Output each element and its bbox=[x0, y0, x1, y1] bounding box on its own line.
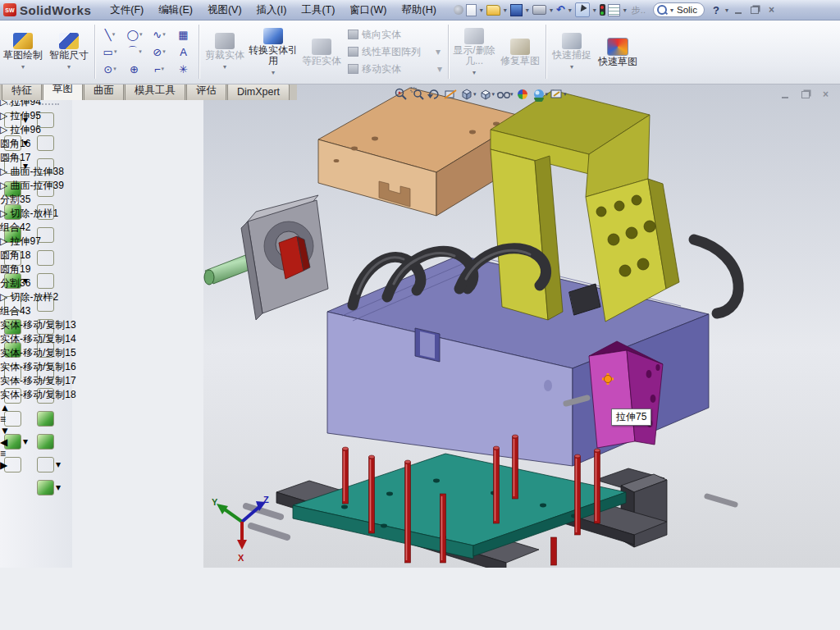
apply-scene-icon[interactable]: ▾ bbox=[532, 87, 549, 102]
zoom-fit-icon[interactable] bbox=[394, 87, 409, 102]
rapid-sketch-button[interactable]: 快速草图 bbox=[595, 20, 641, 84]
expand-arrow-icon[interactable]: ▷ bbox=[0, 166, 7, 177]
doc-minimize-button[interactable] bbox=[778, 89, 792, 100]
undo-icon[interactable]: ↶ bbox=[556, 4, 565, 16]
tree-item[interactable]: 实体-移动/复制17 bbox=[0, 374, 76, 388]
open-icon[interactable] bbox=[486, 5, 500, 16]
sketch-entity-button[interactable]: ▭ ▾ bbox=[98, 43, 122, 61]
curve-icon[interactable]: ▾ bbox=[37, 479, 64, 495]
expand-arrow-icon[interactable]: ▷ bbox=[0, 180, 7, 191]
tree-item[interactable]: 分割36 bbox=[0, 276, 76, 290]
save-icon[interactable] bbox=[510, 4, 523, 16]
toolbar-overflow-label[interactable]: 步.. bbox=[632, 4, 646, 16]
quick-snaps-button[interactable]: 快速捕捉▾ bbox=[549, 20, 595, 84]
tree-item[interactable]: 圆角16 bbox=[0, 137, 76, 151]
tree-item[interactable]: 圆角18 bbox=[0, 249, 76, 262]
doc-close-button[interactable]: × bbox=[819, 89, 833, 100]
minimize-button[interactable] bbox=[732, 4, 746, 16]
offset-entities-button[interactable]: 等距实体 bbox=[299, 20, 345, 84]
expand-arrow-icon[interactable]: ▷ bbox=[0, 110, 7, 121]
zoom-area-icon[interactable] bbox=[410, 87, 425, 102]
menu-item[interactable]: 视图(V) bbox=[200, 1, 249, 20]
scroll-up-arrow[interactable]: ▲ bbox=[0, 402, 76, 413]
move-entities-button[interactable]: 移动实体▾ bbox=[348, 62, 442, 76]
sketch-entity-button[interactable]: ⊘ ▾ bbox=[147, 43, 171, 61]
sketch-entity-button[interactable]: ⊙ ▾ bbox=[98, 61, 122, 78]
clamp-block[interactable] bbox=[241, 195, 328, 320]
tree-item[interactable]: 实体-移动/复制15 bbox=[0, 346, 76, 360]
sketch-entity-button[interactable]: A bbox=[171, 43, 196, 61]
options-icon[interactable] bbox=[608, 4, 620, 16]
tree-item[interactable]: ▷ 曲面-拉伸38 bbox=[0, 165, 76, 179]
convert-entities-button[interactable]: 转换实体引用▾ bbox=[248, 20, 299, 84]
tree-item[interactable]: 实体-移动/复制14 bbox=[0, 332, 76, 346]
menu-item[interactable]: 插入(I) bbox=[249, 1, 294, 20]
close-button[interactable]: × bbox=[765, 4, 778, 16]
tree-item[interactable]: 分割35 bbox=[0, 193, 76, 207]
tab-dimxpert[interactable]: DimXpert bbox=[227, 84, 290, 100]
restore-button[interactable] bbox=[748, 4, 762, 16]
tree-vertical-scrollbar[interactable]: ▲ ≡ ▼ bbox=[0, 402, 76, 436]
scroll-down-arrow[interactable]: ▼ bbox=[0, 425, 76, 436]
new-document-icon[interactable] bbox=[466, 4, 477, 16]
section-view-icon[interactable] bbox=[443, 87, 458, 102]
search-value: Solic bbox=[677, 5, 697, 15]
tree-item[interactable]: ▷ 曲面-拉伸39 bbox=[0, 179, 76, 193]
edit-appearance-icon[interactable] bbox=[515, 87, 530, 102]
search-input[interactable]: ▾ Solic bbox=[653, 2, 705, 17]
sketch-entity-button[interactable]: ▦ bbox=[171, 26, 196, 43]
tree-item[interactable]: ▷ 拉伸96 bbox=[0, 123, 76, 137]
display-delete-relations-button[interactable]: 显示/删除几...▾ bbox=[451, 20, 497, 84]
expand-arrow-icon[interactable]: ▷ bbox=[0, 235, 7, 247]
tree-horizontal-scrollbar[interactable]: ◀ ≡ ▶ bbox=[0, 436, 76, 471]
sketch-entity-button[interactable]: ⊕ bbox=[122, 61, 147, 78]
pin-icon[interactable] bbox=[454, 5, 463, 15]
tree-item[interactable]: ▷ 拉伸97 bbox=[0, 235, 76, 249]
sketch-entity-button[interactable]: ╲ ▾ bbox=[98, 26, 122, 43]
tree-item[interactable]: ▷ 拉伸95 bbox=[0, 109, 76, 123]
tree-item[interactable]: 组合43 bbox=[0, 304, 76, 318]
sketch-entity-button[interactable]: ⌒ ▾ bbox=[122, 43, 147, 61]
hide-show-items-icon[interactable]: ▾ bbox=[496, 87, 514, 102]
sketch-button[interactable]: 草图绘制▾ bbox=[0, 20, 46, 84]
tree-item[interactable]: 实体-移动/复制16 bbox=[0, 360, 76, 374]
tree-item[interactable]: 圆角19 bbox=[0, 262, 76, 276]
rebuild-icon[interactable] bbox=[600, 4, 605, 16]
smart-dimension-button[interactable]: 智能尺寸▾ bbox=[46, 20, 92, 84]
select-icon[interactable] bbox=[575, 2, 590, 17]
repair-sketch-button[interactable]: 修复草图 bbox=[497, 20, 543, 84]
sketch-entity-button[interactable]: ✳ bbox=[171, 61, 196, 78]
tree-item[interactable]: 实体-移动/复制13 bbox=[0, 318, 76, 332]
sketch-entity-button[interactable]: ∿ ▾ bbox=[147, 26, 171, 43]
menu-item[interactable]: 工具(T) bbox=[294, 1, 342, 20]
mirror-entities-button[interactable]: 镜向实体 bbox=[348, 28, 442, 42]
scroll-thumb[interactable]: ≡ bbox=[0, 448, 76, 459]
linear-sketch-pattern-button[interactable]: 线性草图阵列▾ bbox=[348, 45, 442, 59]
tree-item[interactable]: 圆角17 bbox=[0, 151, 76, 165]
sketch-entity-button[interactable]: ⌐ ▾ bbox=[147, 61, 171, 78]
sketch-entity-button[interactable]: ◯ ▾ bbox=[122, 26, 147, 43]
view-orientation-icon[interactable]: ▾ bbox=[459, 87, 477, 102]
scroll-left-arrow[interactable]: ◀ bbox=[0, 436, 76, 448]
expand-arrow-icon[interactable]: ▷ bbox=[0, 291, 7, 303]
menu-item[interactable]: 帮助(H) bbox=[394, 1, 443, 20]
view-settings-icon[interactable]: ▾ bbox=[550, 87, 567, 102]
display-style-icon[interactable]: ▾ bbox=[478, 87, 495, 102]
trim-entities-button[interactable]: 剪裁实体▾ bbox=[202, 20, 248, 84]
graphics-viewport[interactable]: Y Z X ▾ ▾ bbox=[203, 84, 840, 568]
doc-restore-button[interactable] bbox=[798, 89, 812, 100]
help-button[interactable]: ? bbox=[713, 4, 719, 16]
previous-view-icon[interactable] bbox=[427, 87, 441, 102]
tree-item[interactable]: ▷ 切除-放样1 bbox=[0, 207, 76, 221]
tree-item[interactable]: 实体-移动/复制18 bbox=[0, 388, 76, 402]
menu-item[interactable]: 文件(F) bbox=[103, 1, 151, 20]
expand-arrow-icon[interactable]: ▷ bbox=[0, 208, 7, 219]
expand-arrow-icon[interactable]: ▷ bbox=[0, 124, 7, 135]
tree-item[interactable]: ▷ 切除-放样2 bbox=[0, 290, 76, 304]
menu-item[interactable]: 编辑(E) bbox=[151, 1, 200, 20]
scroll-thumb[interactable]: ≡ bbox=[0, 413, 76, 425]
scroll-right-arrow[interactable]: ▶ bbox=[0, 459, 76, 471]
menu-item[interactable]: 窗口(W) bbox=[342, 1, 394, 20]
print-icon[interactable] bbox=[532, 5, 546, 15]
tree-item[interactable]: 组合42 bbox=[0, 221, 76, 235]
